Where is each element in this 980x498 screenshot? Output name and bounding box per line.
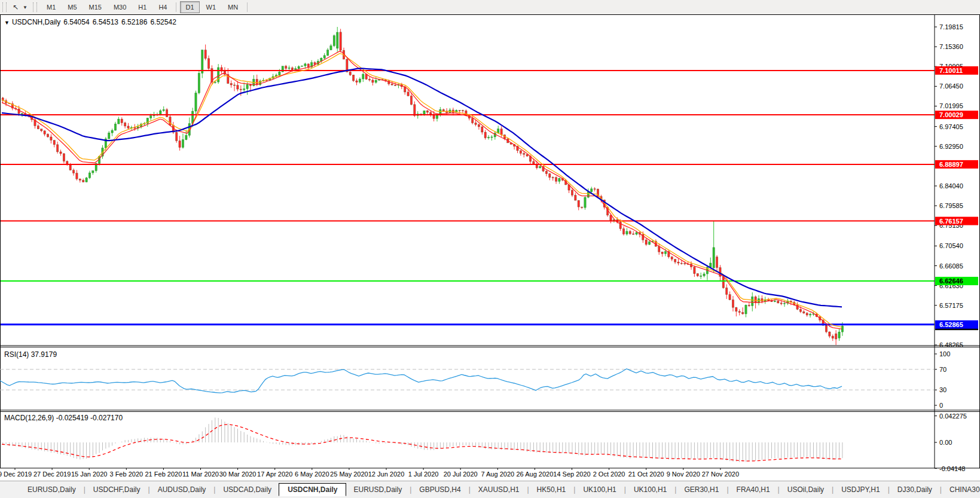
tab-uk100-h1[interactable]: UK100,H1	[576, 484, 623, 496]
cursor-tool-icon[interactable]: ↖	[10, 2, 21, 13]
chart-symbol-header: ▼USDCNH,Daily6.540546.545136.521866.5254…	[4, 18, 176, 26]
date-tick-label: 30 Mar 2020	[219, 470, 257, 478]
timeframe-button-m30[interactable]: M30	[108, 1, 132, 13]
timeframe-button-h4[interactable]: H4	[153, 1, 172, 13]
price-tick-label: 6.92950	[939, 143, 963, 150]
price-tick-label: 6.84040	[939, 182, 963, 190]
date-tick-label: 9 Dec 2019	[0, 470, 32, 478]
chart-area[interactable]: 7.198157.153607.109057.064507.019956.974…	[0, 15, 980, 483]
date-tick-label: 20 Jul 2020	[444, 470, 478, 478]
timeframe-toolbar: ↖▼M1M5M15M30H1H4D1W1MN	[0, 0, 980, 15]
level-badge-7.10011-label: 7.10011	[939, 67, 963, 74]
price-tick-label: 6.79585	[939, 202, 963, 209]
macd-indicator-label: MACD(12,26,9) -0.025419 -0.027170	[4, 414, 123, 422]
timeframe-button-w1[interactable]: W1	[201, 1, 222, 13]
price-tick-label: 6.97405	[939, 123, 963, 130]
price-tick-label: 6.48265	[939, 341, 963, 349]
level-badge-6.76157-label: 6.76157	[939, 218, 963, 225]
chart-tabs-bar: EURUSD,Daily|USDCHF,Daily|AUDUSD,Daily|U…	[0, 481, 980, 498]
toolbar-separator	[176, 2, 176, 12]
timeframe-button-m5[interactable]: M5	[62, 1, 82, 13]
price-tick-label: 7.01995	[939, 102, 963, 109]
tab-audusd-daily[interactable]: AUDUSD,Daily	[151, 484, 213, 496]
tab-eurusd-daily[interactable]: EURUSD,Daily	[20, 484, 83, 496]
toolbar-separator	[247, 2, 248, 12]
tab-uk100-h1[interactable]: UK100,H1	[627, 484, 674, 496]
tab-gbpusd-h4[interactable]: GBPUSD,H4	[412, 484, 468, 496]
low-value: 6.52186	[121, 18, 147, 26]
timeframe-button-h1[interactable]: H1	[133, 1, 152, 13]
rsi-tick-label: 70	[939, 366, 947, 373]
rsi-tick-label: 0	[939, 402, 943, 409]
close-value: 6.52542	[150, 18, 176, 26]
level-badge-6.52865-label: 6.52865	[939, 321, 963, 328]
date-tick-label: 21 Oct 2020	[628, 470, 664, 478]
date-tick-label: 7 Aug 2020	[481, 470, 514, 478]
macd-tick-label: 0.042275	[939, 413, 967, 420]
date-tick-label: 25 May 2020	[330, 470, 368, 478]
symbol-period-label: USDCNH,Daily	[12, 18, 60, 26]
tab-dj30-daily[interactable]: DJ30,Daily	[890, 484, 939, 496]
date-tick-label: 9 Nov 2020	[667, 470, 700, 478]
tab-xauusd-h1[interactable]: XAUUSD,H1	[471, 484, 527, 496]
price-tick-label: 6.70540	[939, 242, 963, 249]
tab-usoil-daily[interactable]: USOil,Daily	[780, 484, 831, 496]
date-tick-label: 14 Sep 2020	[553, 470, 590, 478]
timeframe-button-d1[interactable]: D1	[180, 1, 199, 13]
toolbar-dropdown-icon[interactable]: ▼	[21, 4, 29, 11]
tab-usdcad-daily[interactable]: USDCAD,Daily	[216, 484, 279, 496]
date-tick-label: 1 Jul 2020	[408, 470, 439, 478]
level-badge-6.88897-label: 6.88897	[939, 161, 963, 168]
toolbar-drag-grip[interactable]	[33, 2, 37, 12]
date-tick-label: 17 Apr 2020	[257, 470, 292, 478]
tab-fra40-h1[interactable]: FRA40,H1	[729, 484, 777, 496]
timeframe-button-m1[interactable]: M1	[41, 1, 61, 13]
date-tick-label: 2 Oct 2020	[593, 470, 625, 478]
price-tick-label: 6.66085	[939, 262, 963, 270]
tab-eurusd-daily[interactable]: EURUSD,Daily	[346, 484, 409, 496]
date-tick-label: 6 May 2020	[295, 470, 329, 478]
date-tick-label: 21 Feb 2020	[145, 470, 182, 478]
rsi-tick-label: 100	[939, 350, 950, 358]
date-tick-label: 27 Dec 2019	[33, 470, 71, 478]
rsi-indicator-label: RSI(14) 37.9179	[4, 350, 57, 359]
high-value: 6.54513	[93, 18, 118, 26]
date-tick-label: 27 Nov 2020	[702, 470, 739, 478]
trading-terminal-window: ↖▼M1M5M15M30H1H4D1W1MN 7.198157.153607.1…	[0, 0, 980, 498]
level-badge-6.62646-label: 6.62646	[939, 277, 963, 285]
tab-usdjpy-h1[interactable]: USDJPY,H1	[834, 484, 887, 496]
rsi-tick-label: 30	[939, 386, 947, 393]
tab-usdcnh-daily[interactable]: USDCNH,Daily	[279, 483, 346, 496]
tab-ger30-h1[interactable]: GER30,H1	[677, 484, 726, 496]
timeframe-button-m15[interactable]: M15	[84, 1, 107, 13]
level-badge-7.00029-label: 7.00029	[939, 111, 963, 118]
date-tick-label: 11 Mar 2020	[182, 470, 219, 478]
price-tick-label: 6.57175	[939, 302, 963, 309]
date-tick-label: 12 Jun 2020	[368, 470, 405, 478]
date-tick-label: 3 Feb 2020	[109, 470, 143, 478]
date-tick-label: 26 Aug 2020	[517, 470, 554, 478]
timeframe-button-mn[interactable]: MN	[222, 1, 243, 13]
collapse-triangle-icon[interactable]: ▼	[4, 20, 10, 26]
price-tick-label: 7.06450	[939, 83, 963, 90]
tab-china300-h1[interactable]: CHINA300,H1	[942, 484, 980, 496]
price-tick-label: 7.19815	[939, 23, 963, 30]
price-tick-label: 7.15360	[939, 43, 963, 50]
tab-usdchf-daily[interactable]: USDCHF,Daily	[86, 484, 148, 496]
tab-hk50-h1[interactable]: HK50,H1	[530, 484, 573, 496]
macd-tick-label: -0.04148	[939, 465, 965, 472]
date-tick-label: 15 Jan 2020	[71, 470, 108, 478]
toolbar-drag-grip[interactable]	[2, 2, 7, 12]
macd-tick-label: 0.00	[939, 439, 952, 446]
chart-canvas[interactable]: 7.198157.153607.109057.064507.019956.974…	[0, 15, 980, 481]
open-value: 6.54054	[63, 18, 89, 26]
